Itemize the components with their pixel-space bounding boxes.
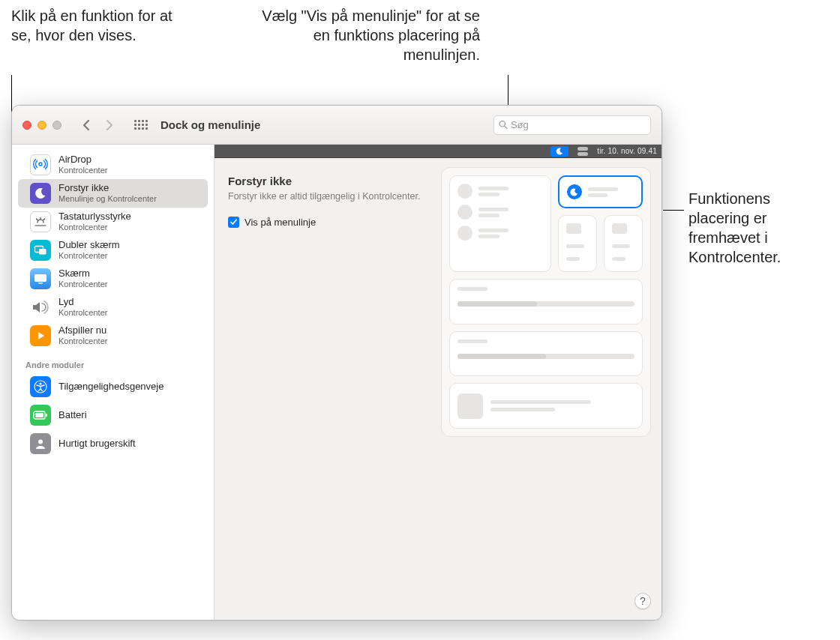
- callout-top-left: Klik på en funktion for at se, hvor den …: [11, 6, 184, 45]
- accessibility-icon: [30, 376, 51, 397]
- cc-tile-generic: [449, 175, 551, 272]
- sidebar-item-battery[interactable]: Batteri: [18, 401, 208, 429]
- user-icon: [30, 433, 51, 454]
- search-input[interactable]: [511, 119, 646, 130]
- checkbox-label: Vis på menulinje: [244, 217, 316, 228]
- back-button[interactable]: [75, 115, 96, 135]
- forward-button[interactable]: [99, 115, 120, 135]
- sidebar-item-label: Dubler skærm: [58, 240, 120, 251]
- sidebar-item-sublabel: Kontrolcenter: [58, 308, 107, 318]
- checkbox-checked-icon: [228, 217, 239, 228]
- cc-tile-dnd-highlighted: [558, 175, 644, 208]
- svg-rect-8: [39, 249, 46, 255]
- menubar-preview: tir. 10. nov. 09.41: [214, 145, 662, 158]
- module-settings: Forstyr ikke Forstyr ikke er altid tilgæ…: [228, 175, 438, 228]
- moon-icon: [556, 148, 563, 155]
- sidebar-item-sublabel: Kontrolcenter: [58, 251, 120, 261]
- sidebar-item-sublabel: Kontrolcenter: [58, 223, 131, 232]
- close-button[interactable]: [22, 121, 32, 130]
- sidebar-item-label: AirDrop: [58, 154, 107, 166]
- cc-tile-small: [604, 215, 643, 272]
- main-pane: tir. 10. nov. 09.41 Forstyr ikke Forstyr…: [214, 145, 662, 620]
- sidebar-item-sublabel: Kontrolcenter: [58, 336, 107, 346]
- sidebar-item-sublabel: Kontrolcenter: [58, 166, 107, 175]
- sidebar-item-now-playing[interactable]: Afspiller nu Kontrolcenter: [18, 321, 208, 350]
- window-title: Dock og menulinje: [160, 118, 260, 131]
- show-in-menubar-checkbox[interactable]: Vis på menulinje: [228, 217, 438, 228]
- display-icon: [30, 268, 51, 289]
- svg-rect-17: [578, 147, 588, 151]
- minimize-button[interactable]: [38, 121, 46, 130]
- callout-right: Funktionens placering er fremhævet i Kon…: [688, 189, 831, 267]
- chevron-right-icon: [106, 119, 114, 131]
- svg-line-1: [505, 126, 507, 128]
- cc-tile-slider: [449, 331, 643, 377]
- callout-top-right: Vælg "Vis på menulinje" for at se en fun…: [248, 6, 480, 64]
- svg-rect-18: [578, 152, 588, 156]
- sidebar-item-label: Skærm: [58, 268, 107, 280]
- svg-line-6: [44, 219, 45, 220]
- sidebar-item-label: Forstyr ikke: [58, 183, 157, 194]
- menubar-dnd-indicator: [550, 146, 568, 157]
- svg-rect-15: [46, 414, 47, 417]
- sidebar-item-accessibility[interactable]: Tilgængelighedsgenveje: [18, 372, 208, 401]
- airdrop-icon: [30, 154, 51, 175]
- sidebar-item-fast-user-switch[interactable]: Hurtigt brugerskift: [18, 429, 208, 458]
- control-center-preview: [441, 167, 651, 437]
- moon-icon: [570, 188, 578, 196]
- preferences-window: Dock og menulinje AirDrop Kontrolcenter: [11, 105, 662, 621]
- sidebar-item-screen-mirroring[interactable]: Dubler skærm Kontrolcenter: [18, 236, 208, 265]
- show-all-button[interactable]: [130, 115, 152, 135]
- sidebar-item-dnd[interactable]: Forstyr ikke Menulinje og Kontrolcenter: [18, 179, 208, 208]
- sidebar-section-other: Andre moduler: [12, 350, 214, 372]
- cc-tile-media: [449, 383, 643, 429]
- play-icon: [30, 325, 51, 346]
- svg-point-16: [38, 440, 43, 444]
- search-field[interactable]: [494, 115, 651, 135]
- search-icon: [499, 120, 508, 130]
- moon-icon: [30, 183, 51, 204]
- zoom-button[interactable]: [52, 121, 62, 130]
- sidebar[interactable]: AirDrop Kontrolcenter Forstyr ikke Menul…: [12, 145, 214, 620]
- svg-rect-9: [34, 274, 46, 282]
- keyboard-brightness-icon: [30, 211, 51, 232]
- speaker-icon: [30, 297, 51, 318]
- cc-tile-slider: [449, 279, 643, 324]
- sidebar-item-sound[interactable]: Lyd Kontrolcenter: [18, 293, 208, 321]
- sidebar-item-label: Tastaturlysstyrke: [58, 211, 131, 223]
- control-center-menubar-icon: [576, 147, 590, 156]
- svg-rect-14: [35, 413, 44, 417]
- svg-rect-10: [38, 283, 43, 284]
- menubar-datetime: tir. 10. nov. 09.41: [597, 147, 657, 155]
- svg-point-12: [39, 382, 41, 384]
- screen-mirror-icon: [30, 240, 51, 261]
- sidebar-item-label: Hurtigt brugerskift: [58, 438, 136, 450]
- sidebar-item-sublabel: Menulinje og Kontrolcenter: [58, 194, 157, 204]
- grid-icon: [134, 120, 148, 130]
- module-description: Forstyr ikke er altid tilgængelig i Kont…: [228, 190, 438, 203]
- toolbar: Dock og menulinje: [12, 106, 662, 145]
- sidebar-item-label: Tilgængelighedsgenveje: [58, 381, 164, 393]
- chevron-left-icon: [82, 119, 90, 131]
- sidebar-item-sublabel: Kontrolcenter: [58, 280, 107, 289]
- sidebar-item-airdrop[interactable]: AirDrop Kontrolcenter: [18, 151, 208, 179]
- module-heading: Forstyr ikke: [228, 175, 438, 187]
- battery-icon: [30, 405, 51, 426]
- sidebar-item-label: Afspiller nu: [58, 325, 107, 336]
- sidebar-item-label: Lyd: [58, 297, 107, 308]
- sidebar-item-label: Batteri: [58, 410, 87, 421]
- help-button[interactable]: ?: [634, 593, 651, 609]
- window-controls: [22, 121, 62, 130]
- nav-buttons: [75, 115, 120, 135]
- sidebar-item-display[interactable]: Skærm Kontrolcenter: [18, 265, 208, 293]
- callout-line: [663, 210, 684, 211]
- sidebar-item-keyboard-brightness[interactable]: Tastaturlysstyrke Kontrolcenter: [18, 208, 208, 236]
- svg-point-2: [39, 163, 42, 166]
- cc-tile-small: [558, 215, 597, 272]
- svg-line-5: [37, 219, 38, 220]
